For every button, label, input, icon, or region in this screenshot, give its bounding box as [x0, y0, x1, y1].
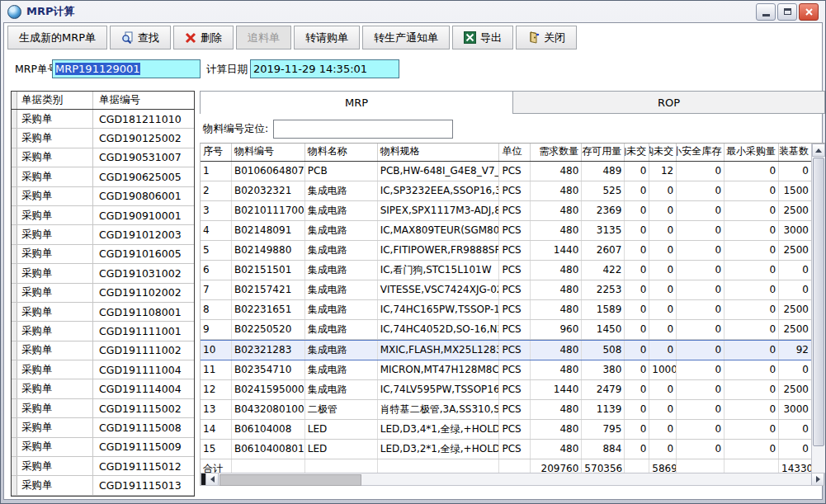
cell-demand[interactable]: 480 [531, 181, 582, 200]
cell-min-safe[interactable]: 0 [677, 221, 725, 240]
mrp-no-input[interactable]: MRP191129001 [52, 59, 201, 78]
document-row[interactable]: 采购单CGD191111001 [12, 322, 194, 341]
cell-req[interactable]: 0 [625, 181, 649, 200]
cell-stock[interactable]: 380 [582, 360, 625, 379]
document-row[interactable]: 采购单CGD190806001 [12, 187, 194, 206]
row-selector[interactable] [12, 303, 17, 321]
cell-name[interactable]: 集成电路 [305, 261, 378, 280]
maximize-button[interactable] [777, 3, 797, 21]
col-header-pur[interactable]: 采购未交 [649, 144, 677, 161]
cell-name[interactable]: 集成电路 [305, 221, 378, 240]
cell-seq[interactable]: 5 [201, 241, 232, 260]
cell-pur[interactable]: 0 [649, 380, 677, 399]
cell-seq[interactable]: 15 [201, 440, 232, 459]
vertical-scroll-thumb[interactable] [813, 158, 824, 446]
cell-pack[interactable]: 0 [779, 280, 811, 299]
cell-code[interactable]: B0432080100 [232, 400, 305, 419]
cell-min-pur[interactable]: 0 [725, 221, 779, 240]
cell-spec[interactable]: IC,74HC4052D,SO-16,NXF [378, 320, 500, 339]
cell-spec[interactable]: 肖特基二极管,3A,SS310,SM [378, 400, 500, 419]
cell-min-safe[interactable]: 0 [677, 320, 725, 339]
row-selector[interactable] [12, 457, 17, 475]
cell-pur[interactable]: 0 [649, 400, 677, 419]
cell-req[interactable]: 0 [625, 320, 649, 339]
cell-name[interactable]: 集成电路 [305, 341, 378, 360]
document-row[interactable]: 采购单CGD191115009 [12, 438, 194, 457]
cell-demand[interactable]: 960 [531, 320, 582, 339]
to-production-notice-button[interactable]: 转生产通知单 [362, 26, 450, 49]
cell-unit[interactable]: PCS [499, 162, 531, 181]
cell-demand[interactable]: 480 [531, 261, 582, 280]
cell-spec[interactable]: IC,FITIPOWER,FR9888SP( [378, 241, 500, 260]
cell-name[interactable]: 集成电路 [305, 201, 378, 220]
cell-code[interactable]: B02231651 [232, 300, 305, 319]
col-header-doc-type[interactable]: 单据类别 [17, 92, 93, 109]
grid-row[interactable]: 9B02250520集成电路IC,74HC4052D,SO-16,NXFPCS9… [201, 320, 811, 340]
cell-unit[interactable]: PCS [499, 300, 531, 319]
col-header-name[interactable]: 物料名称 [305, 144, 378, 161]
cell-min-safe[interactable]: 0 [677, 360, 725, 379]
cell-min-safe[interactable]: 0 [677, 261, 725, 280]
cell-pack[interactable]: 92 [779, 341, 811, 360]
cell-demand[interactable]: 480 [531, 221, 582, 240]
cell-stock[interactable]: 3135 [582, 221, 625, 240]
cell-unit[interactable]: PCS [499, 261, 531, 280]
cell-req[interactable]: 0 [625, 341, 649, 360]
cell-min-pur[interactable]: 0 [725, 261, 779, 280]
cell-min-pur[interactable]: 0 [725, 320, 779, 339]
cell-min-safe[interactable]: 0 [677, 341, 725, 360]
document-row[interactable]: 采购单CGD190531007 [12, 148, 194, 167]
cell-req[interactable]: 0 [625, 400, 649, 419]
grid-row[interactable]: 14B06104008LEDLED,D3,4*1,全绿,+HOLD,DPCS48… [201, 420, 811, 440]
cell-seq[interactable]: 11 [201, 360, 232, 379]
cell-seq[interactable]: 4 [201, 221, 232, 240]
document-row[interactable]: 采购单CGD191111002 [12, 341, 194, 360]
cell-pur[interactable]: 0 [649, 181, 677, 200]
cell-req[interactable]: 0 [625, 261, 649, 280]
cell-stock[interactable]: 2369 [582, 201, 625, 220]
cell-unit[interactable]: PCS [499, 380, 531, 399]
cell-spec[interactable]: SIPEX,SPX1117M3-ADJ,80 [378, 201, 500, 220]
col-header-code[interactable]: 物料编号 [232, 144, 305, 161]
cell-req[interactable]: 0 [625, 162, 649, 181]
cell-min-safe[interactable]: 0 [677, 300, 725, 319]
row-selector[interactable] [12, 341, 17, 360]
cell-pur[interactable]: 0 [649, 341, 677, 360]
horizontal-scrollbar[interactable] [201, 473, 825, 486]
cell-demand[interactable]: 480 [531, 341, 582, 360]
cell-pur[interactable]: 0 [649, 440, 677, 459]
to-requisition-button[interactable]: 转请购单 [294, 26, 360, 49]
scroll-left-button[interactable] [205, 473, 219, 485]
cell-pur[interactable]: 0 [649, 261, 677, 280]
cell-stock[interactable]: 2479 [582, 380, 625, 399]
col-header-doc-number[interactable]: 单据编号 [93, 92, 194, 109]
cell-seq[interactable]: 14 [201, 420, 232, 439]
cell-pack[interactable]: 0 [779, 261, 811, 280]
cell-req[interactable]: 0 [625, 241, 649, 260]
delete-button[interactable]: 删除 [173, 26, 234, 49]
cell-stock[interactable]: 422 [582, 261, 625, 280]
cell-spec[interactable]: IC,SP3232EEA,SSOP16,3.0 [378, 181, 500, 200]
cell-name[interactable]: 集成电路 [305, 300, 378, 319]
tab-mrp[interactable]: MRP [200, 91, 513, 114]
cell-unit[interactable]: PCS [499, 341, 531, 360]
grid-row[interactable]: 3B0210111700集成电路SIPEX,SPX1117M3-ADJ,80PC… [201, 201, 811, 221]
cell-unit[interactable]: PCS [499, 400, 531, 419]
cell-req[interactable]: 0 [625, 380, 649, 399]
cell-spec[interactable]: IC,MAX809TEUR(SGM809- [378, 221, 500, 240]
cell-req[interactable]: 0 [625, 300, 649, 319]
cell-pack[interactable]: 0 [779, 162, 811, 181]
row-selector[interactable] [12, 148, 17, 167]
cell-min-pur[interactable]: 0 [725, 201, 779, 220]
grid-row[interactable]: 13B0432080100二极管肖特基二极管,3A,SS310,SMPCS480… [201, 400, 811, 420]
cell-name[interactable]: 二极管 [305, 400, 378, 419]
cell-demand[interactable]: 480 [531, 300, 582, 319]
grid-row[interactable]: 7B02157421集成电路VITESSE,VSC7424XJG-02,PCS4… [201, 280, 811, 300]
cell-spec[interactable]: IC,74LV595PW,TSSOP16/7 [378, 380, 500, 399]
cell-pack[interactable]: 2500 [779, 320, 811, 339]
cell-min-pur[interactable]: 0 [725, 400, 779, 419]
document-row[interactable]: 采购单CGD191115012 [12, 457, 194, 476]
cell-demand[interactable]: 480 [531, 360, 582, 379]
cell-code[interactable]: B06104008 [232, 420, 305, 439]
cell-min-safe[interactable]: 0 [677, 201, 725, 220]
